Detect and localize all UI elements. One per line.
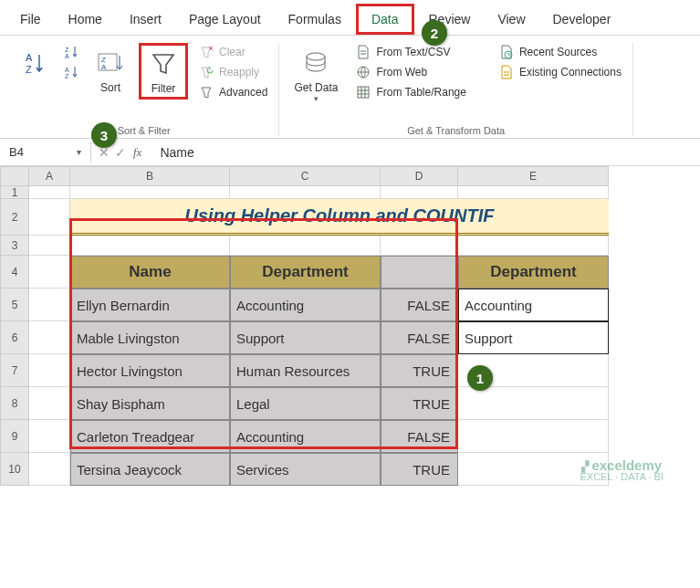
- row-header-1[interactable]: 1: [0, 186, 29, 199]
- cell-name-6[interactable]: Mable Livingston: [70, 321, 230, 354]
- cell-A5[interactable]: [29, 289, 70, 321]
- cell-A9[interactable]: [29, 420, 70, 453]
- cell-B1[interactable]: [70, 186, 230, 199]
- get-data-icon: [302, 47, 329, 79]
- svg-text:A: A: [101, 63, 107, 71]
- col-header-B[interactable]: B: [70, 166, 230, 186]
- filter-label: Filter: [151, 82, 176, 95]
- tab-file[interactable]: File: [7, 6, 54, 32]
- cell-dept-9[interactable]: Accounting: [230, 420, 381, 453]
- cell-A2[interactable]: [29, 199, 70, 236]
- col-header-D[interactable]: D: [381, 166, 458, 186]
- from-text-csv-button[interactable]: From Text/CSV: [352, 43, 470, 61]
- tab-home[interactable]: Home: [56, 6, 115, 32]
- name-box[interactable]: B4 ▾: [0, 142, 91, 163]
- cell-A4[interactable]: [29, 256, 70, 289]
- col-header-E[interactable]: E: [458, 166, 609, 186]
- tab-developer[interactable]: Developer: [540, 6, 624, 32]
- cell-D3[interactable]: [381, 236, 458, 256]
- svg-text:Z: Z: [26, 64, 32, 75]
- tab-insert[interactable]: Insert: [117, 6, 174, 32]
- sort-az-small[interactable]: ZA: [60, 43, 82, 61]
- cell-flag-6[interactable]: FALSE: [381, 321, 458, 354]
- select-all-corner[interactable]: [0, 166, 29, 186]
- cell-name-5[interactable]: Ellyn Bernardin: [70, 289, 230, 321]
- sort-button[interactable]: ZA Sort: [89, 43, 131, 98]
- cell-A6[interactable]: [29, 321, 70, 354]
- enter-icon[interactable]: ✓: [115, 145, 126, 160]
- reapply-button: Reapply: [195, 63, 271, 81]
- row-header-10[interactable]: 10: [0, 453, 29, 486]
- row-header-4[interactable]: 4: [0, 256, 29, 289]
- col-header-A[interactable]: A: [29, 166, 70, 186]
- cell-A3[interactable]: [29, 236, 70, 256]
- cell-dept-5[interactable]: Accounting: [230, 289, 381, 321]
- sort-za-icon: AZ: [64, 65, 78, 79]
- cell-lookup-5[interactable]: Accounting: [458, 289, 609, 321]
- cell-E8[interactable]: [458, 387, 609, 420]
- cell-flag-7[interactable]: TRUE: [381, 354, 458, 387]
- fx-icon[interactable]: fx: [133, 145, 141, 160]
- sort-az-icon: ZA: [64, 45, 78, 59]
- row-header-5[interactable]: 5: [0, 289, 29, 321]
- cell-name-7[interactable]: Hector Livingston: [70, 354, 230, 387]
- get-transform-group-label: Get & Transform Data: [407, 125, 505, 136]
- row-header-7[interactable]: 7: [0, 354, 29, 387]
- tab-page-layout[interactable]: Page Layout: [176, 6, 274, 32]
- cell-C1[interactable]: [230, 186, 381, 199]
- clear-icon: [199, 45, 214, 59]
- cell-lookup-6[interactable]: Support: [458, 321, 609, 354]
- row-header-6[interactable]: 6: [0, 321, 29, 354]
- tab-data[interactable]: Data: [356, 4, 414, 35]
- sort-za-small[interactable]: AZ: [60, 63, 82, 81]
- header-name: Name: [70, 256, 230, 289]
- sort-icon: ZA: [97, 47, 124, 79]
- ribbon-group-get-transform: Get Data ▾ From Text/CSV From Web From T…: [279, 43, 633, 136]
- cell-A7[interactable]: [29, 354, 70, 387]
- recent-sources-button[interactable]: Recent Sources: [496, 43, 625, 61]
- cell-dept-6[interactable]: Support: [230, 321, 381, 354]
- cell-E3[interactable]: [458, 236, 609, 256]
- svg-text:Z: Z: [65, 73, 69, 79]
- file-text-icon: [356, 45, 371, 59]
- reapply-icon: [199, 65, 214, 79]
- col-header-C[interactable]: C: [230, 166, 381, 186]
- cell-A1[interactable]: [29, 186, 70, 199]
- filter-button[interactable]: Filter: [139, 43, 188, 100]
- cell-B3[interactable]: [70, 236, 230, 256]
- get-data-button[interactable]: Get Data ▾: [287, 43, 345, 107]
- cell-dept-7[interactable]: Human Resources: [230, 354, 381, 387]
- cell-flag-5[interactable]: FALSE: [381, 289, 458, 321]
- name-box-value: B4: [9, 145, 24, 159]
- from-table-range-button[interactable]: From Table/Range: [352, 83, 470, 101]
- cell-C3[interactable]: [230, 236, 381, 256]
- annotation-1: 1: [467, 365, 493, 391]
- cell-dept-8[interactable]: Legal: [230, 387, 381, 420]
- row-header-8[interactable]: 8: [0, 387, 29, 420]
- cell-flag-9[interactable]: FALSE: [381, 420, 458, 453]
- formula-input[interactable]: Name: [149, 142, 700, 163]
- svg-text:A: A: [65, 53, 69, 59]
- column-headers: A B C D E: [0, 166, 700, 186]
- sort-asc-button[interactable]: AZ: [16, 43, 53, 83]
- cell-name-9[interactable]: Carleton Treadgear: [70, 420, 230, 453]
- tab-view[interactable]: View: [485, 6, 538, 32]
- cell-D1[interactable]: [381, 186, 458, 199]
- row-header-9[interactable]: 9: [0, 420, 29, 453]
- row-header-3[interactable]: 3: [0, 236, 29, 256]
- advanced-button[interactable]: Advanced: [195, 83, 271, 101]
- cell-name-8[interactable]: Shay Bispham: [70, 387, 230, 420]
- tab-formulas[interactable]: Formulas: [276, 6, 354, 32]
- advanced-icon: [199, 85, 214, 100]
- cell-A8[interactable]: [29, 387, 70, 420]
- cell-name-10[interactable]: Tersina Jeaycock: [70, 453, 230, 486]
- cell-dept-10[interactable]: Services: [230, 453, 381, 486]
- cell-flag-8[interactable]: TRUE: [381, 387, 458, 420]
- cell-E9[interactable]: [458, 420, 609, 453]
- cell-E1[interactable]: [458, 186, 609, 199]
- cell-flag-10[interactable]: TRUE: [381, 453, 458, 486]
- from-web-button[interactable]: From Web: [352, 63, 470, 81]
- existing-connections-button[interactable]: Existing Connections: [496, 63, 625, 81]
- cell-A10[interactable]: [29, 453, 70, 486]
- row-header-2[interactable]: 2: [0, 199, 29, 236]
